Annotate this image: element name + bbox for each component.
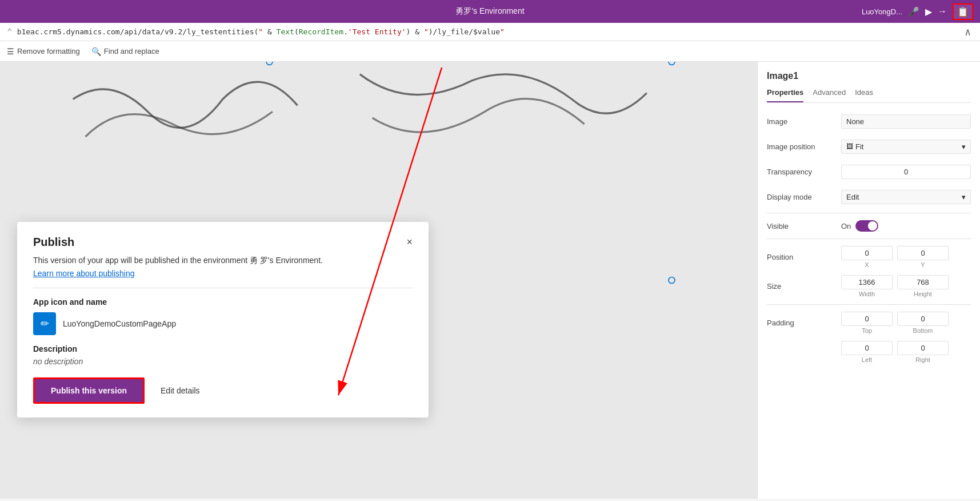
size-label: Size (767, 282, 841, 291)
display-mode-label: Display mode (767, 193, 841, 201)
canvas-area: Publish × This version of your app will … (0, 62, 757, 499)
padding-left-input[interactable] (841, 341, 893, 355)
formula-text: b1eac.crm5.dynamics.com/api/data/v9.2/ly… (17, 27, 505, 36)
padding-row-top: Padding Top Bottom (767, 312, 971, 334)
image-position-value[interactable]: 🖼 Fit ▾ (841, 140, 971, 154)
app-icon-symbol: ✏ (41, 317, 49, 330)
padding-top-group: Top (841, 312, 893, 334)
image-position-label: Image position (767, 142, 841, 151)
visible-toggle[interactable] (855, 220, 878, 232)
position-x-group: X (841, 246, 893, 268)
modal-description: This version of your app will be publish… (33, 256, 413, 266)
padding-bottom-input[interactable] (897, 312, 949, 326)
tab-properties[interactable]: Properties (767, 88, 803, 102)
formula-collapse-left[interactable]: ⌃ (7, 26, 13, 37)
padding-right-group: Right (897, 341, 949, 363)
learn-more-link[interactable]: Learn more about publishing (33, 269, 134, 278)
padding-inputs-top: Top Bottom (841, 312, 971, 334)
position-y-group: Y (897, 246, 949, 268)
find-replace-label: Find and replace (104, 47, 159, 55)
edit-details-button[interactable]: Edit details (151, 379, 209, 402)
padding-left-group: Left (841, 341, 893, 363)
transparency-row: Transparency (767, 162, 971, 181)
modal-header: Publish × (33, 236, 413, 249)
visible-row: Visible On (767, 220, 971, 232)
modal-title: Publish (33, 236, 74, 249)
padding-top-label: Top (862, 327, 872, 334)
padding-row-left-right: Left Right (767, 341, 971, 363)
padding-top-input[interactable] (841, 312, 893, 326)
image-value[interactable]: None (841, 114, 971, 129)
size-width-group: Width (841, 275, 893, 297)
display-mode-row: Display mode Edit ▾ (767, 188, 971, 206)
formula-collapse-btn[interactable]: ∧ (965, 26, 971, 38)
image-label: Image (767, 117, 841, 126)
position-x-input[interactable] (841, 246, 893, 260)
desc-section-title: Description (33, 344, 413, 353)
remove-formatting-btn[interactable]: ☰ Remove formatting (7, 47, 80, 56)
remove-formatting-icon: ☰ (7, 47, 14, 56)
size-height-group: Height (897, 275, 949, 297)
divider-3 (767, 304, 971, 305)
tab-advanced[interactable]: Advanced (813, 88, 846, 102)
size-width-label: Width (859, 291, 875, 297)
environment-title: 勇罗's Environment (455, 6, 524, 17)
position-x-label: X (865, 261, 869, 268)
divider-1 (767, 213, 971, 213)
mic-icon[interactable]: 🎤 (908, 6, 919, 17)
app-icon: ✏ (33, 312, 56, 335)
publish-icon-highlighted[interactable]: 📋 (953, 3, 973, 20)
publish-modal: Publish × This version of your app will … (17, 222, 429, 417)
size-width-input[interactable] (841, 275, 893, 289)
position-inputs: X Y (841, 246, 971, 268)
app-name: LuoYongDemoCustomPageApp (63, 319, 176, 328)
size-row: Size Width Height (767, 275, 971, 297)
position-y-label: Y (921, 261, 925, 268)
padding-label: Padding (767, 319, 841, 327)
display-mode-value[interactable]: Edit ▾ (841, 190, 971, 204)
position-label: Position (767, 253, 841, 261)
image-position-row: Image position 🖼 Fit ▾ (767, 137, 971, 156)
panel-tabs: Properties Advanced Ideas (767, 88, 971, 103)
dropdown-chevron: ▾ (962, 142, 966, 151)
play-icon[interactable]: ▶ (925, 6, 932, 17)
visible-label: Visible (767, 222, 841, 230)
find-replace-btn[interactable]: 🔍 Find and replace (91, 47, 159, 56)
transparency-input[interactable] (841, 165, 971, 179)
toolbar: ☰ Remove formatting 🔍 Find and replace (0, 41, 980, 62)
divider-2 (767, 238, 971, 239)
tab-ideas[interactable]: Ideas (855, 88, 873, 102)
right-panel: Image1 Properties Advanced Ideas Image N… (757, 62, 980, 499)
top-nav: 勇罗's Environment LuoYongD... 🎤 ▶ → 📋 (0, 0, 980, 23)
size-height-input[interactable] (897, 275, 949, 289)
padding-bottom-group: Bottom (897, 312, 949, 334)
fit-icon: 🖼 (846, 142, 853, 150)
position-row: Position X Y (767, 246, 971, 268)
padding-inputs-lr: Left Right (841, 341, 971, 363)
size-height-label: Height (914, 291, 932, 297)
user-label: LuoYongD... (862, 7, 902, 16)
padding-right-label: Right (915, 356, 930, 363)
image-property-row: Image None (767, 112, 971, 130)
visible-on-label: On (841, 222, 851, 230)
modal-overlay: Publish × This version of your app will … (0, 62, 757, 499)
padding-bottom-label: Bottom (913, 327, 933, 334)
padding-right-input[interactable] (897, 341, 949, 355)
display-mode-chevron: ▾ (962, 193, 966, 201)
remove-formatting-label: Remove formatting (17, 47, 80, 55)
share-icon[interactable]: → (938, 6, 947, 17)
modal-close-button[interactable]: × (406, 236, 413, 248)
publish-this-version-button[interactable]: Publish this version (33, 377, 145, 404)
app-icon-row: ✏ LuoYongDemoCustomPageApp (33, 312, 413, 335)
padding-left-label: Left (862, 356, 872, 363)
desc-value: no description (33, 357, 413, 366)
size-inputs: Width Height (841, 275, 971, 297)
transparency-label: Transparency (767, 168, 841, 176)
position-y-input[interactable] (897, 246, 949, 260)
nav-right: LuoYongD... 🎤 ▶ → 📋 (862, 3, 973, 20)
find-replace-icon: 🔍 (91, 47, 101, 56)
panel-title: Image1 (767, 71, 971, 81)
main-area: Publish × This version of your app will … (0, 62, 980, 499)
app-section-title: App icon and name (33, 297, 413, 307)
modal-divider-1 (33, 288, 413, 288)
